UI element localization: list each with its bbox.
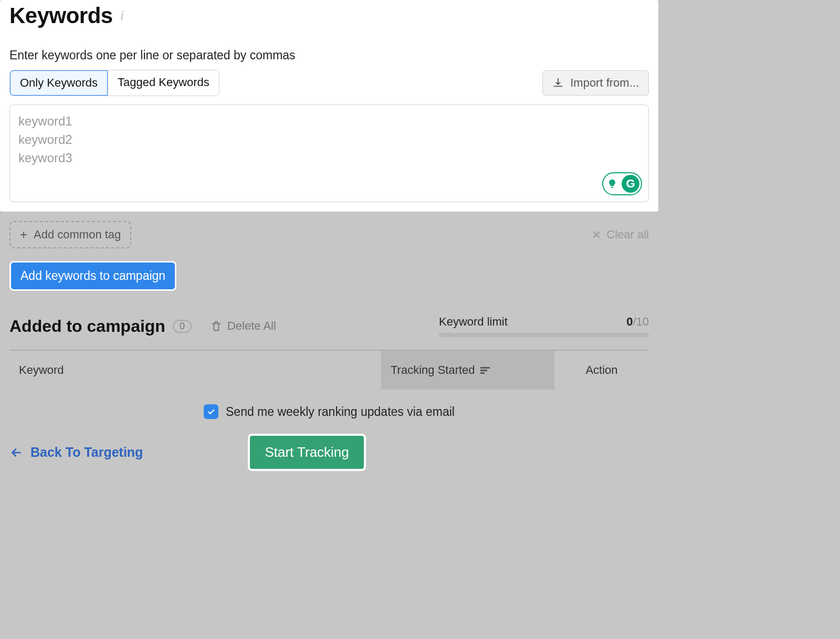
added-title: Added to campaign (9, 317, 165, 336)
added-left: Added to campaign 0 Delete All (9, 317, 276, 336)
added-count-badge: 0 (173, 320, 192, 333)
arrow-left-icon (9, 446, 23, 459)
start-tracking-button[interactable]: Start Tracking (248, 434, 365, 471)
email-opt-in-row: Send me weekly ranking updates via email (9, 404, 649, 419)
page-title: Keywords (9, 3, 113, 28)
title-row: Keywords i (9, 3, 649, 28)
tab-only-keywords[interactable]: Only Keywords (9, 70, 108, 96)
textarea-container: G (9, 104, 649, 202)
clear-all-label: Clear all (606, 228, 649, 242)
delete-all-label: Delete All (227, 319, 276, 333)
limit-value: 0/10 (626, 315, 649, 329)
subtitle-text: Enter keywords one per line or separated… (9, 48, 649, 62)
import-label: Import from... (570, 76, 639, 90)
info-icon[interactable]: i (120, 8, 124, 24)
email-checkbox[interactable] (204, 404, 218, 419)
col-tracking-label: Tracking Started (391, 363, 475, 377)
back-to-targeting-link[interactable]: Back To Targeting (9, 445, 143, 460)
col-keyword[interactable]: Keyword (9, 351, 381, 390)
back-label: Back To Targeting (30, 445, 143, 460)
add-tag-label: Add common tag (34, 228, 121, 242)
plus-icon: + (20, 227, 27, 242)
lightbulb-icon (605, 176, 620, 191)
col-action: Action (554, 351, 649, 390)
trash-icon (211, 320, 222, 332)
delete-all-button[interactable]: Delete All (211, 319, 276, 333)
keywords-card: Keywords i Enter keywords one per line o… (0, 0, 658, 212)
email-checkbox-label: Send me weekly ranking updates via email (226, 405, 455, 419)
added-section: Added to campaign 0 Delete All Keyword l… (0, 315, 658, 477)
grammarly-icon: G (622, 175, 639, 193)
footer-row: Back To Targeting Start Tracking (9, 434, 649, 477)
keywords-textarea[interactable] (10, 105, 648, 200)
download-icon (552, 77, 564, 89)
clear-all-button[interactable]: Clear all (592, 228, 649, 242)
import-button[interactable]: Import from... (542, 70, 649, 96)
limit-progress-bar (439, 333, 649, 337)
close-icon (592, 230, 601, 239)
keyword-limit: Keyword limit 0/10 (439, 315, 649, 337)
keyword-tabs: Only Keywords Tagged Keywords (9, 70, 219, 96)
controls-row: Only Keywords Tagged Keywords Import fro… (9, 70, 649, 96)
tab-tagged-keywords[interactable]: Tagged Keywords (108, 70, 219, 96)
below-textarea-row: + Add common tag Clear all (0, 212, 658, 258)
added-header-row: Added to campaign 0 Delete All Keyword l… (9, 315, 649, 337)
check-icon (206, 407, 216, 416)
add-common-tag-button[interactable]: + Add common tag (9, 221, 131, 248)
table-header: Keyword Tracking Started Action (9, 350, 649, 390)
grammarly-widget[interactable]: G (602, 172, 642, 195)
limit-top: Keyword limit 0/10 (439, 315, 649, 329)
add-keywords-button[interactable]: Add keywords to campaign (9, 261, 176, 291)
limit-label: Keyword limit (439, 315, 508, 329)
sort-icon (480, 367, 490, 374)
col-tracking-started[interactable]: Tracking Started (381, 351, 554, 390)
